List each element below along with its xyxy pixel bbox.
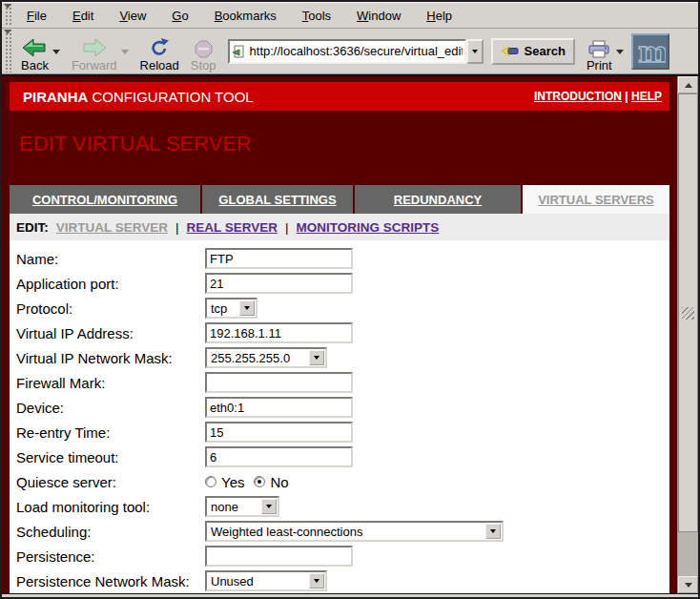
selected-value: tcp	[207, 301, 239, 316]
selected-value: 255.255.255.0	[207, 351, 309, 365]
edit-subnav: EDIT: VIRTUAL SERVER|REAL SERVER|MONITOR…	[10, 214, 669, 240]
introduction-link[interactable]: INTRODUCTION	[534, 90, 622, 103]
form-row-name: Name:	[10, 246, 669, 271]
window-bottom-edge	[2, 593, 698, 597]
virtual-server-form: Name:Application port:Protocol:tcpVirtua…	[10, 240, 669, 593]
header-links: INTRODUCTION | HELP	[534, 90, 662, 103]
thumb-grip-icon	[682, 307, 694, 320]
virtual-ip-address-input[interactable]	[205, 322, 353, 343]
re-entry-time-input[interactable]	[205, 422, 353, 443]
help-link[interactable]: HELP	[631, 90, 662, 103]
quiesce-server-no-radio[interactable]	[254, 476, 265, 487]
menu-edit[interactable]: Edit	[72, 9, 93, 23]
url-dropdown-button[interactable]	[466, 39, 484, 64]
browser-viewport: PIRANHA CONFIGURATION TOOL INTRODUCTION …	[2, 74, 698, 593]
scheduling-select[interactable]: Weighted least-connections	[205, 521, 504, 542]
stop-label: Stop	[191, 58, 216, 72]
tab-global-settings[interactable]: GLOBAL SETTINGS	[202, 185, 353, 214]
scroll-down-button[interactable]	[678, 576, 698, 593]
firewall-mark-label: Firewall Mark:	[16, 375, 205, 391]
menu-file[interactable]: File	[27, 9, 47, 23]
menu-window[interactable]: Window	[357, 9, 401, 23]
select-dropdown-arrow-icon[interactable]	[485, 524, 501, 539]
re-entry-time-label: Re-entry Time:	[16, 424, 205, 441]
menu-help[interactable]: Help	[426, 9, 452, 23]
menu-tools[interactable]: Tools	[302, 9, 331, 23]
select-dropdown-arrow-icon[interactable]	[239, 300, 255, 316]
forward-button[interactable]: Forward	[70, 31, 119, 72]
tab-virtual-servers[interactable]: VIRTUAL SERVERS	[523, 185, 669, 214]
subnav-real-server-link[interactable]: REAL SERVER	[187, 220, 278, 235]
subnav-separator: |	[285, 220, 289, 235]
scrollbar-thumb[interactable]	[678, 93, 698, 532]
piranha-page: PIRANHA CONFIGURATION TOOL INTRODUCTION …	[2, 76, 677, 593]
mozilla-m-icon: m	[635, 36, 666, 67]
firewall-mark-input[interactable]	[205, 372, 353, 393]
form-row-virtual-ip-network-mask: Virtual IP Network Mask:255.255.255.0	[10, 345, 669, 370]
persistence-network-mask-select[interactable]: Unused	[205, 570, 327, 591]
scroll-up-button[interactable]	[678, 76, 698, 93]
select-dropdown-arrow-icon[interactable]	[309, 350, 324, 365]
search-button[interactable]: Search	[491, 38, 575, 65]
scrollbar-track[interactable]	[678, 93, 698, 576]
page-proxy-icon[interactable]	[232, 44, 246, 59]
service-timeout-label: Service timeout:	[16, 449, 205, 465]
load-monitoring-tool-label: Load monitoring tool:	[16, 499, 205, 515]
subnav-separator: |	[175, 220, 179, 235]
tab-control-monitoring[interactable]: CONTROL/MONITORING	[10, 185, 200, 214]
forward-label: Forward	[72, 58, 117, 72]
selected-value: Unused	[207, 574, 309, 589]
menu-bookmarks[interactable]: Bookmarks	[215, 9, 277, 23]
down-arrow-icon	[685, 583, 692, 591]
service-timeout-input[interactable]	[205, 446, 353, 467]
subnav-monitoring-scripts-link[interactable]: MONITORING SCRIPTS	[297, 220, 440, 235]
name-input[interactable]	[205, 248, 353, 269]
url-input[interactable]	[246, 44, 463, 58]
device-input[interactable]	[205, 397, 353, 418]
menu-view[interactable]: View	[119, 9, 146, 23]
select-dropdown-arrow-icon[interactable]	[309, 573, 324, 589]
page-title: EDIT VIRTUAL SERVER	[19, 132, 669, 156]
form-row-virtual-ip-address: Virtual IP Address:	[10, 320, 669, 345]
forward-dropdown-caret[interactable]	[121, 50, 129, 58]
persistence-input[interactable]	[205, 546, 353, 567]
form-row-application-port: Application port:	[10, 271, 669, 296]
device-label: Device:	[16, 400, 205, 416]
protocol-select[interactable]: tcp	[205, 298, 257, 319]
vertical-scrollbar[interactable]	[677, 76, 698, 593]
print-icon	[587, 35, 610, 58]
form-row-service-timeout: Service timeout:	[10, 444, 669, 469]
virtual-ip-network-mask-select[interactable]: 255.255.255.0	[205, 347, 327, 368]
reload-icon	[149, 35, 170, 58]
back-dropdown-caret[interactable]	[52, 50, 60, 58]
down-triangle-icon	[314, 579, 319, 586]
subnav-virtual-server-link[interactable]: VIRTUAL SERVER	[56, 220, 168, 235]
mozilla-logo[interactable]: m	[631, 33, 669, 70]
tab-redundancy[interactable]: REDUNDANCY	[355, 185, 521, 214]
form-row-persistence: Persistence:	[10, 544, 669, 568]
reload-button[interactable]: Reload	[138, 31, 181, 72]
toolbar-grip[interactable]	[4, 30, 12, 72]
load-monitoring-tool-select[interactable]: none	[205, 496, 279, 517]
up-arrow-icon	[685, 79, 692, 88]
menubar-grip[interactable]	[4, 4, 12, 27]
select-dropdown-arrow-icon[interactable]	[261, 499, 277, 514]
scheduling-label: Scheduling:	[16, 524, 205, 540]
quiesce-server-yes-radio[interactable]	[205, 476, 216, 487]
down-triangle-icon	[314, 356, 319, 362]
print-label: Print	[587, 58, 612, 72]
form-row-load-monitoring-tool: Load monitoring tool:none	[10, 494, 669, 519]
print-button[interactable]: Print	[585, 31, 614, 72]
virtual-ip-network-mask-label: Virtual IP Network Mask:	[16, 350, 205, 366]
menu-go[interactable]: Go	[172, 9, 188, 23]
print-dropdown-caret[interactable]	[616, 50, 624, 58]
back-button[interactable]: Back	[19, 31, 51, 72]
form-row-scheduling: Scheduling:Weighted least-connections	[10, 519, 669, 544]
url-bar[interactable]	[228, 39, 466, 64]
form-row-re-entry-time: Re-entry Time:	[10, 420, 669, 444]
application-port-input[interactable]	[205, 273, 353, 294]
stop-button[interactable]: Stop	[189, 31, 218, 72]
quiesce-server-label: Quiesce server:	[16, 474, 205, 490]
subnav-links: VIRTUAL SERVER|REAL SERVER|MONITORING SC…	[56, 220, 440, 235]
brand-bold: PIRANHA	[23, 89, 88, 105]
